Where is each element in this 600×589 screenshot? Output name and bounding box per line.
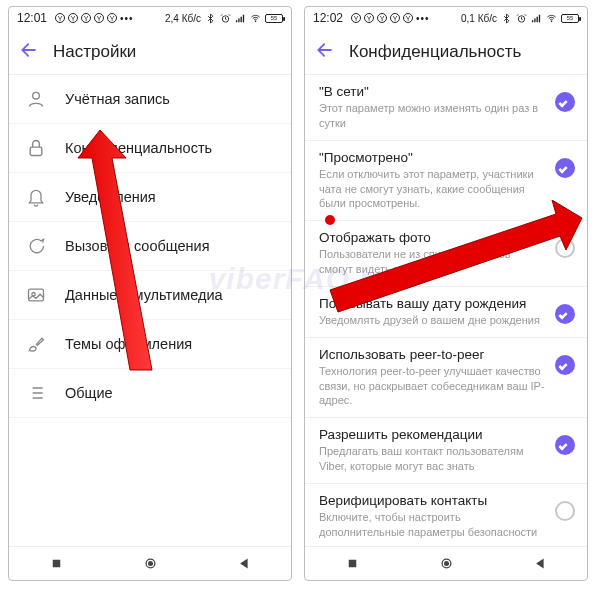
y-icon: Y — [107, 13, 117, 23]
y-icon: Y — [364, 13, 374, 23]
y-icon: Y — [81, 13, 91, 23]
item-title: Использовать peer-to-peer — [319, 347, 545, 362]
svg-point-1 — [255, 20, 256, 21]
alarm-icon — [516, 13, 527, 24]
privacy-recommend[interactable]: Разрешить рекомендацииПредлагать ваш кон… — [305, 418, 587, 484]
toggle-on-icon[interactable] — [555, 158, 575, 178]
item-desc: Этот параметр можно изменять один раз в … — [319, 101, 545, 131]
item-desc: Предлагать ваш контакт пользователям Vib… — [319, 444, 545, 474]
privacy-show-photo[interactable]: Отображать фотоПользователи не из списка… — [305, 221, 587, 287]
y-icon: Y — [403, 13, 413, 23]
battery-icon: 55 — [561, 14, 579, 23]
item-desc: Если отключить этот параметр, участники … — [319, 167, 545, 212]
lock-icon — [25, 138, 47, 158]
more-icon: ••• — [416, 13, 430, 24]
sidebar-item-general[interactable]: Общие — [9, 369, 291, 418]
toggle-off-icon[interactable] — [555, 501, 575, 521]
item-label: Данные и мультимедиа — [65, 287, 223, 303]
list-icon — [25, 383, 47, 403]
brush-icon — [25, 334, 47, 354]
item-title: "Просмотрено" — [319, 150, 545, 165]
android-navbar — [305, 546, 587, 580]
sidebar-item-privacy[interactable]: Конфиденциальность — [9, 124, 291, 173]
nav-home[interactable] — [130, 556, 170, 571]
item-title: Отображать фото — [319, 230, 545, 245]
bluetooth-icon — [205, 13, 216, 24]
toggle-on-icon[interactable] — [555, 92, 575, 112]
item-desc: Технология peer-to-peer улучшает качеств… — [319, 364, 545, 409]
toggle-on-icon[interactable] — [555, 304, 575, 324]
nav-recent[interactable] — [36, 556, 76, 571]
y-icon: Y — [55, 13, 65, 23]
page-title: Конфиденциальность — [349, 42, 521, 62]
item-title: "В сети" — [319, 84, 545, 99]
svg-point-10 — [551, 20, 552, 21]
battery-icon: 55 — [265, 14, 283, 23]
net-speed: 0,1 Кб/с — [461, 13, 497, 24]
wifi-icon — [546, 13, 557, 24]
back-button[interactable] — [19, 40, 39, 64]
privacy-verify[interactable]: Верифицировать контактыВключите, чтобы н… — [305, 484, 587, 546]
sidebar-item-media[interactable]: Данные и мультимедиа — [9, 271, 291, 320]
y-icon: Y — [351, 13, 361, 23]
svg-point-2 — [33, 92, 40, 99]
android-navbar — [9, 546, 291, 580]
media-icon — [25, 285, 47, 305]
toolbar: Конфиденциальность — [305, 29, 587, 75]
item-desc: Пользователи не из списка контактов смог… — [319, 247, 545, 277]
bell-icon — [25, 187, 47, 207]
status-clock: 12:02 — [313, 11, 343, 25]
item-label: Конфиденциальность — [65, 140, 212, 156]
item-label: Учётная запись — [65, 91, 170, 107]
phone-right: 12:02 Y Y Y Y Y ••• 0,1 Кб/с 55 К — [304, 6, 588, 581]
nav-back[interactable] — [520, 556, 560, 571]
bluetooth-icon — [501, 13, 512, 24]
back-button[interactable] — [315, 40, 335, 64]
privacy-birthday[interactable]: Показывать вашу дату рожденияУведомлять … — [305, 287, 587, 338]
svg-rect-6 — [52, 560, 60, 568]
item-desc: Уведомлять друзей о вашем дне рождения — [319, 313, 545, 328]
item-label: Уведомления — [65, 189, 156, 205]
toolbar: Настройки — [9, 29, 291, 75]
page-title: Настройки — [53, 42, 136, 62]
y-icon: Y — [377, 13, 387, 23]
alarm-icon — [220, 13, 231, 24]
y-icon: Y — [68, 13, 78, 23]
svg-point-13 — [444, 562, 448, 566]
privacy-seen[interactable]: "Просмотрено"Если отключить этот парамет… — [305, 141, 587, 222]
status-clock: 12:01 — [17, 11, 47, 25]
wifi-icon — [250, 13, 261, 24]
nav-home[interactable] — [426, 556, 466, 571]
nav-recent[interactable] — [332, 556, 372, 571]
toggle-on-icon[interactable] — [555, 355, 575, 375]
privacy-online[interactable]: "В сети"Этот параметр можно изменять оди… — [305, 75, 587, 141]
nav-back[interactable] — [224, 556, 264, 571]
more-icon: ••• — [120, 13, 134, 24]
user-icon — [25, 89, 47, 109]
net-speed: 2,4 Кб/с — [165, 13, 201, 24]
svg-rect-3 — [30, 147, 42, 155]
privacy-list[interactable]: "В сети"Этот параметр можно изменять оди… — [305, 75, 587, 546]
item-title: Разрешить рекомендации — [319, 427, 545, 442]
privacy-p2p[interactable]: Использовать peer-to-peerТехнология peer… — [305, 338, 587, 419]
item-label: Темы оформления — [65, 336, 192, 352]
toggle-off-icon[interactable] — [555, 238, 575, 258]
sidebar-item-notifications[interactable]: Уведомления — [9, 173, 291, 222]
phone-left: 12:01 Y Y Y Y Y ••• 2,4 Кб/с 55 Н — [8, 6, 292, 581]
item-label: Вызовы и сообщения — [65, 238, 210, 254]
item-desc: Включите, чтобы настроить дополнительные… — [319, 510, 545, 540]
sidebar-item-themes[interactable]: Темы оформления — [9, 320, 291, 369]
chat-icon — [25, 236, 47, 256]
sidebar-item-account[interactable]: Учётная запись — [9, 75, 291, 124]
signal-icon — [235, 13, 246, 24]
item-title: Показывать вашу дату рождения — [319, 296, 545, 311]
svg-point-8 — [148, 562, 152, 566]
svg-rect-11 — [348, 560, 356, 568]
signal-icon — [531, 13, 542, 24]
status-bar: 12:02 Y Y Y Y Y ••• 0,1 Кб/с 55 — [305, 7, 587, 29]
y-icon: Y — [390, 13, 400, 23]
sidebar-item-calls[interactable]: Вызовы и сообщения — [9, 222, 291, 271]
settings-list: Учётная запись Конфиденциальность Уведом… — [9, 75, 291, 546]
y-icon: Y — [94, 13, 104, 23]
toggle-on-icon[interactable] — [555, 435, 575, 455]
